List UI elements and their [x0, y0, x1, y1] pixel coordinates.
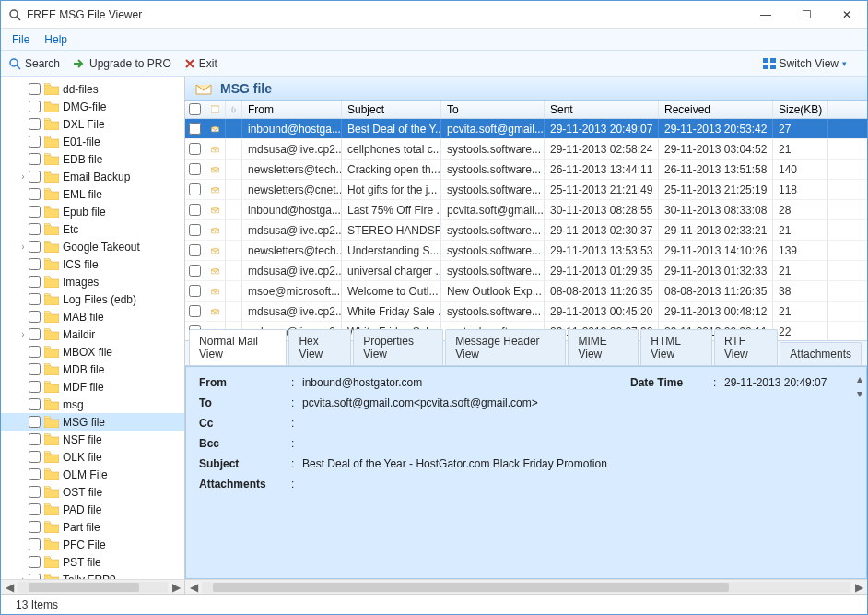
tree-checkbox[interactable] — [29, 346, 41, 358]
close-button[interactable]: ✕ — [834, 8, 860, 21]
message-row[interactable]: msoe@microsoft...Welcome to Outl...New O… — [185, 281, 867, 302]
tree-item[interactable]: MDF file — [1, 378, 184, 396]
message-row[interactable]: mdsusa@live.cp2...cellphones total c...s… — [185, 139, 867, 160]
tree-item[interactable]: OLK file — [1, 448, 184, 466]
tree-checkbox[interactable] — [29, 258, 41, 270]
tree-checkbox[interactable] — [29, 363, 41, 375]
tree-checkbox[interactable] — [29, 451, 41, 463]
message-row[interactable]: mdsusa@live.cp2...STEREO HANDSFR...systo… — [185, 220, 867, 241]
tree-checkbox[interactable] — [29, 433, 41, 445]
tree-checkbox[interactable] — [29, 556, 41, 568]
grid-body[interactable]: inbound@hostga...Best Deal of the Y...pc… — [185, 119, 867, 340]
search-button[interactable]: Search — [8, 57, 60, 70]
expand-icon[interactable]: › — [18, 242, 29, 252]
tree-item[interactable]: EML file — [1, 185, 184, 203]
tree-item[interactable]: OLM File — [1, 466, 184, 483]
tree-item[interactable]: NSF file — [1, 431, 184, 448]
menu-help[interactable]: Help — [44, 33, 67, 46]
tree-item[interactable]: PAD file — [1, 501, 184, 518]
tree-item[interactable]: Log Files (edb) — [1, 290, 184, 308]
scroll-left-icon[interactable]: ◀ — [185, 581, 202, 594]
tree-checkbox[interactable] — [29, 521, 41, 533]
col-received[interactable]: Received — [659, 101, 773, 118]
row-checkbox[interactable] — [189, 305, 201, 317]
row-checkbox[interactable] — [189, 285, 201, 297]
row-checkbox[interactable] — [189, 244, 201, 256]
tree-checkbox[interactable] — [29, 486, 41, 498]
detail-scroll[interactable]: ▴▾ — [857, 373, 862, 400]
tree-item[interactable]: Etc — [1, 220, 184, 238]
message-row[interactable]: newsletters@tech...Understanding S...sys… — [185, 241, 867, 261]
maximize-button[interactable]: ☐ — [793, 8, 819, 21]
tree-item[interactable]: Epub file — [1, 203, 184, 220]
tree-checkbox[interactable] — [29, 398, 41, 410]
col-sent[interactable]: Sent — [545, 101, 659, 118]
col-from[interactable]: From — [242, 101, 342, 118]
message-row[interactable]: newsletters@tech...Cracking open th...sy… — [185, 160, 867, 180]
expand-icon[interactable]: › — [18, 171, 29, 182]
tree-checkbox[interactable] — [29, 538, 41, 550]
tab-properties[interactable]: Properties View — [353, 329, 443, 365]
tree-scrollbar[interactable]: ◀ ▶ — [1, 579, 184, 594]
tree-checkbox[interactable] — [29, 503, 41, 515]
tree-item[interactable]: EDB file — [1, 150, 184, 168]
col-size[interactable]: Size(KB) — [773, 101, 828, 118]
tree-item[interactable]: Images — [1, 273, 184, 290]
tree-checkbox[interactable] — [29, 101, 41, 112]
tree-checkbox[interactable] — [29, 118, 41, 130]
message-row[interactable]: inbound@hostga...Best Deal of the Y...pc… — [185, 119, 867, 139]
tab-header[interactable]: Message Header View — [445, 329, 566, 365]
upgrade-button[interactable]: Upgrade to PRO — [73, 57, 171, 70]
tree-item[interactable]: PST file — [1, 553, 184, 571]
tree-checkbox[interactable] — [29, 328, 41, 340]
tree-item[interactable]: DMG-file — [1, 98, 184, 115]
exit-button[interactable]: Exit — [184, 57, 217, 70]
row-checkbox[interactable] — [189, 123, 201, 135]
tree-item[interactable]: MBOX file — [1, 343, 184, 361]
tab-normal[interactable]: Normal Mail View — [189, 329, 287, 365]
select-all-checkbox[interactable] — [189, 103, 201, 115]
menu-file[interactable]: File — [12, 33, 29, 46]
tab-rtf[interactable]: RTF View — [714, 329, 778, 365]
tree-checkbox[interactable] — [29, 136, 41, 148]
message-row[interactable]: newsletters@cnet...Hot gifts for the j..… — [185, 180, 867, 200]
tab-mime[interactable]: MIME View — [568, 329, 639, 365]
tree-item[interactable]: ›Email Backup — [1, 168, 184, 185]
tree-checkbox[interactable] — [29, 206, 41, 218]
tree-item[interactable]: PFC File — [1, 536, 184, 553]
tree-checkbox[interactable] — [29, 223, 41, 235]
tree-item[interactable]: DXL File — [1, 115, 184, 133]
col-checkbox[interactable] — [185, 101, 205, 118]
tree-item[interactable]: MSG file — [1, 413, 184, 431]
row-checkbox[interactable] — [189, 143, 201, 155]
row-checkbox[interactable] — [189, 204, 201, 216]
tree-checkbox[interactable] — [29, 153, 41, 165]
row-checkbox[interactable] — [189, 265, 201, 277]
tree-checkbox[interactable] — [29, 468, 41, 480]
tree-item[interactable]: ›Maildir — [1, 325, 184, 343]
message-row[interactable]: inbound@hostga...Last 75% Off Fire ...pc… — [185, 200, 867, 220]
tree-item[interactable]: msg — [1, 396, 184, 413]
tree-checkbox[interactable] — [29, 311, 41, 323]
message-row[interactable]: mdsusa@live.cp2...White Friday Sale ...s… — [185, 302, 867, 322]
tree-item[interactable]: MAB file — [1, 308, 184, 325]
minimize-button[interactable]: — — [753, 8, 779, 21]
row-checkbox[interactable] — [189, 224, 201, 236]
tree-checkbox[interactable] — [29, 83, 41, 95]
tree-checkbox[interactable] — [29, 416, 41, 428]
tree-item[interactable]: MDB file — [1, 361, 184, 378]
tree-item[interactable]: ICS file — [1, 255, 184, 273]
tree-checkbox[interactable] — [29, 171, 41, 183]
tree-item[interactable]: dd-files — [1, 80, 184, 98]
tab-html[interactable]: HTML View — [640, 329, 712, 365]
content-scrollbar[interactable]: ◀ ▶ — [185, 579, 867, 594]
tree-checkbox[interactable] — [29, 293, 41, 305]
switch-view-button[interactable]: Switch View ▾ — [763, 57, 847, 70]
tab-attachments[interactable]: Attachments — [780, 342, 862, 365]
message-row[interactable]: mdsusa@live.cp2...universal charger ...s… — [185, 261, 867, 281]
folder-tree[interactable]: dd-filesDMG-fileDXL FileE01-fileEDB file… — [1, 77, 185, 594]
tree-checkbox[interactable] — [29, 188, 41, 200]
tree-item[interactable]: ›Google Takeout — [1, 238, 184, 255]
tree-item[interactable]: Part file — [1, 518, 184, 536]
scroll-right-icon[interactable]: ▶ — [850, 581, 867, 594]
